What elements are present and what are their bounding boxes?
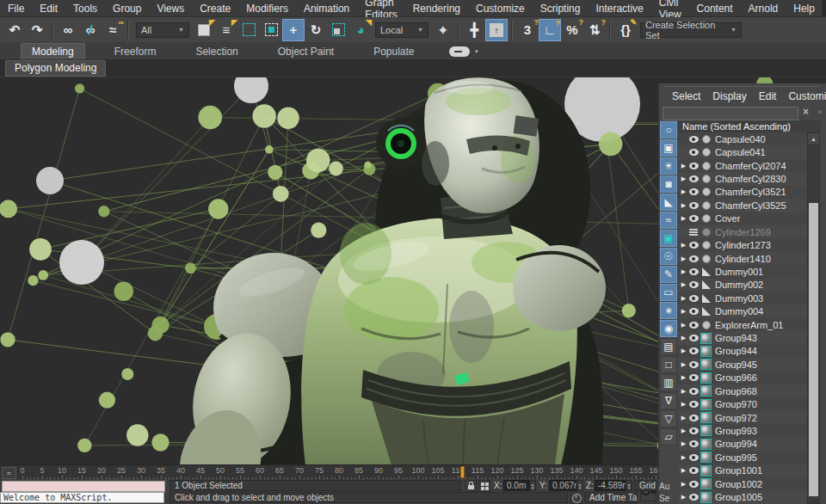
display-helpers-icon[interactable]: ◣ [660,194,677,211]
expand-arrow-icon[interactable]: ▶ [680,415,687,421]
scene-object-row[interactable]: Cylinder1269 [678,225,808,238]
scene-object-row[interactable]: Capsule040 [678,132,808,145]
display-space-warps-icon[interactable]: ≈ [660,212,677,229]
polygon-modeling-panel-tab[interactable]: Polygon Modeling [5,60,106,77]
expand-arrow-icon[interactable]: ▶ [680,308,687,315]
keyboard-override-icon[interactable]: ↑ [485,19,508,41]
scene-object-row[interactable]: ▶Group970 [678,397,808,410]
set-key-button[interactable]: Se [659,494,669,503]
menu-create[interactable]: Create [192,0,238,16]
expand-arrow-icon[interactable]: ▶ [680,215,687,222]
display-geometry-icon[interactable]: ▣ [660,139,677,157]
expand-arrow-icon[interactable]: ▶ [680,281,687,288]
expand-arrow-icon[interactable]: ▶ [680,427,687,434]
display-groups-icon[interactable]: ▣ [660,230,677,247]
display-bones-icon[interactable]: ☉ [660,248,677,265]
scene-object-row[interactable]: ▶Group968 [678,384,808,397]
overflow-chevron-icon[interactable]: » [817,108,822,116]
visibility-eye-icon[interactable] [689,268,699,275]
scene-object-row[interactable]: ▶Group1002 [678,477,808,490]
visibility-eye-icon[interactable] [689,322,699,329]
selection-set-basket-icon[interactable]: ▱ [660,428,677,446]
visibility-eye-icon[interactable] [689,202,699,209]
y-coordinate-field[interactable]: 0.067m [549,480,576,491]
menu-customize[interactable]: Customize [468,0,533,16]
display-containers-icon[interactable]: ▭ [660,284,677,301]
scene-object-row[interactable]: ▶Dummy003 [678,292,808,304]
expand-arrow-icon[interactable]: ▶ [680,295,687,302]
selection-lock-toggle[interactable] [465,480,477,492]
ribbon-tab-freeform[interactable]: Freeform [104,44,167,59]
menu-interactive[interactable]: Interactive [588,0,650,16]
ribbon-tab-selection[interactable]: Selection [185,44,248,59]
x-coordinate-field[interactable]: 0.0m [503,480,529,491]
scene-object-row[interactable]: ▶Group945 [678,358,808,371]
z-coordinate-field[interactable]: -4.589m [595,480,626,491]
expand-arrow-icon[interactable]: ▶ [680,255,687,262]
spinner-snap-icon[interactable]: ⇅? [583,19,606,41]
expand-arrow-icon[interactable]: ▶ [680,454,687,461]
scene-object-row[interactable]: ▶Dummy001 [678,265,808,278]
workspace-selector[interactable]: Default [823,0,826,16]
visibility-eye-icon[interactable] [689,361,699,368]
scene-object-row[interactable]: ▶Cylinder1410 [678,252,808,265]
advanced-filter-icon[interactable]: ∇ [660,392,677,409]
expand-arrow-icon[interactable]: ▶ [680,467,687,474]
select-and-place-icon[interactable]: ◕◥ [349,19,372,41]
percent-snap-icon[interactable]: %? [561,19,583,41]
window-crossing-icon[interactable] [260,19,282,41]
expand-arrow-icon[interactable]: ▶ [680,242,687,249]
scene-object-row[interactable]: ▶Group993 [678,424,808,437]
maxscript-mini-listener[interactable]: Welcome to MAXScript. [0,492,164,503]
time-slider-marker[interactable] [460,466,465,478]
link-icon[interactable]: ∞ [57,19,79,41]
menu-tools[interactable]: Tools [65,0,105,16]
scene-object-row[interactable]: Capsule041 [678,145,808,158]
visibility-eye-icon[interactable] [689,175,699,182]
expand-arrow-icon[interactable]: ▶ [680,202,687,209]
column-header-name[interactable]: Name (Sorted Ascending) [678,120,821,132]
scene-object-row[interactable]: ▶Dummy004 [678,304,808,317]
scroll-up-icon[interactable]: ▲ [808,133,819,145]
visibility-eye-icon[interactable] [689,136,699,143]
select-and-scale-icon[interactable] [327,19,349,41]
explorer-menu-edit[interactable]: Edit [753,90,783,102]
expand-arrow-icon[interactable]: ▶ [680,401,687,408]
angle-snap-icon[interactable]: ∟? [539,19,561,41]
scene-object-row[interactable]: ▶ChamferCyl3525 [678,199,808,212]
scene-object-row[interactable]: ▶Group943 [678,331,808,344]
scrollbar-thumb[interactable] [809,203,818,496]
named-selection-sets-icon[interactable]: {}✎ [614,19,637,41]
expand-arrow-icon[interactable]: ▶ [680,347,687,354]
visibility-eye-icon[interactable] [689,163,699,169]
scene-object-row[interactable]: ▶Group966 [678,372,808,384]
clear-search-icon[interactable]: × [803,106,809,118]
visibility-eye-icon[interactable] [689,255,699,262]
visibility-eye-icon[interactable] [689,440,699,447]
visibility-eye-icon[interactable] [689,415,699,421]
maxscript-macro-recorder[interactable] [2,481,165,492]
menu-file[interactable]: File [0,0,32,16]
visibility-eye-icon[interactable] [689,401,699,408]
scene-object-row[interactable]: ▶ChamferCyl3521 [678,186,808,199]
visibility-eye-icon[interactable] [689,215,699,222]
menu-rendering[interactable]: Rendering [405,0,468,16]
display-hidden-icon[interactable]: ◉ [660,320,677,337]
scene-object-row[interactable]: ▶ExplorerArm_01 [678,318,808,331]
expand-arrow-icon[interactable]: ▶ [680,440,687,447]
named-selection-set-dropdown[interactable]: Create Selection Set▼ [640,22,742,38]
select-and-manipulate-icon[interactable]: ╋ [463,19,485,41]
visibility-eye-icon[interactable] [689,494,699,501]
x-spinner[interactable]: ▴▾ [529,480,536,491]
undo-icon[interactable]: ↶ [3,19,26,41]
display-frozen-icon[interactable]: ∗ [660,302,677,319]
visibility-eye-icon[interactable] [689,149,699,156]
explorer-menu-customize[interactable]: Customize [782,90,826,102]
bind-to-space-warp-icon[interactable]: ≈∞ [102,19,124,41]
use-pivot-center-icon[interactable]: ⌖ [432,19,454,41]
ribbon-tab-object-paint[interactable]: Object Paint [268,44,344,59]
visibility-eye-icon[interactable] [689,454,699,461]
redo-icon[interactable]: ↷ [26,19,48,41]
visibility-eye-icon[interactable] [689,427,699,434]
y-spinner[interactable]: ▴▾ [576,480,583,491]
